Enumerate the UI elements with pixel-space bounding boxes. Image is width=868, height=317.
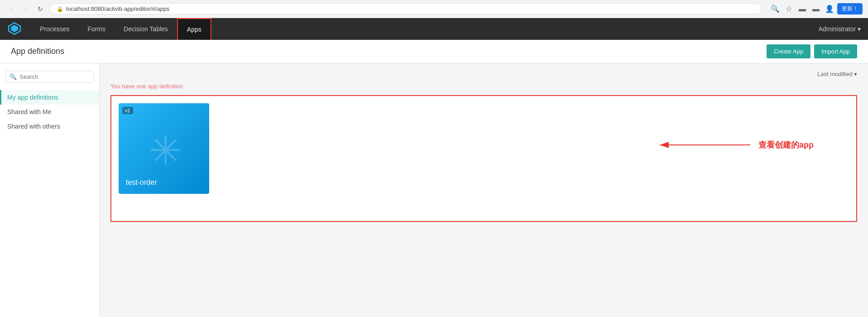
nav-processes[interactable]: Processes <box>31 18 78 40</box>
create-app-button[interactable]: Create App <box>767 44 810 58</box>
profile-button[interactable]: 👤 <box>824 3 835 15</box>
annotation-text: 查看创建的app <box>758 139 814 150</box>
import-app-button[interactable]: Import App <box>814 44 857 58</box>
reload-button[interactable]: ↻ <box>34 3 46 15</box>
browser-chrome: ← → ↻ 🔒 localhost:8080/activiti-app/edit… <box>0 0 868 18</box>
address-bar[interactable]: 🔒 localhost:8080/activiti-app/editor/#/a… <box>50 3 762 14</box>
app-nav: Processes Forms Decision Tables Apps Adm… <box>0 18 868 40</box>
header-actions: Create App Import App <box>767 44 857 58</box>
sidebar: 🔍 My app definitions Shared with Me Shar… <box>0 63 100 317</box>
search-browser-button[interactable]: 🔍 <box>769 3 781 15</box>
search-input[interactable] <box>19 73 90 80</box>
sidebar-item-label: My app definitions <box>7 94 58 101</box>
search-box[interactable]: 🔍 <box>5 71 94 83</box>
forward-button[interactable]: → <box>20 3 32 15</box>
lock-icon: 🔒 <box>57 6 63 12</box>
annotation: 查看创建的app <box>655 136 814 154</box>
nav-items: Processes Forms Decision Tables Apps <box>31 18 819 40</box>
extension-button[interactable]: ▬ <box>796 3 808 15</box>
info-text: You have one app definition <box>110 83 857 90</box>
app-name: test-order <box>126 178 157 187</box>
content-area: Last modified ▾ You have one app definit… <box>100 63 868 317</box>
nav-decision-tables[interactable]: Decision Tables <box>115 18 177 40</box>
annotation-arrow-svg <box>655 136 755 154</box>
nav-forms[interactable]: Forms <box>78 18 115 40</box>
bookmark-button[interactable]: ☆ <box>783 3 795 15</box>
update-button[interactable]: 更新！ <box>837 3 863 14</box>
sidebar-item-shared-with-others[interactable]: Shared with others <box>0 119 99 134</box>
main-content: 🔍 My app definitions Shared with Me Shar… <box>0 63 868 317</box>
sidebar-nav: My app definitions Shared with Me Shared… <box>0 90 99 134</box>
sort-button[interactable]: Last modified ▾ <box>817 71 857 77</box>
page-header: App definitions Create App Import App <box>0 40 868 63</box>
page-title: App definitions <box>11 47 64 56</box>
sidebar-item-label: Shared with Me <box>7 108 51 115</box>
back-button[interactable]: ← <box>5 3 17 15</box>
sidebar-item-my-app-definitions[interactable]: My app definitions <box>0 90 99 105</box>
sidebar-item-label: Shared with others <box>7 123 60 130</box>
browser-actions: 🔍 ☆ ▬ ▬ 👤 更新！ <box>769 3 863 15</box>
user-menu[interactable]: Administrator ▾ <box>819 25 861 33</box>
extensions-button[interactable]: ▬ <box>810 3 822 15</box>
app-card[interactable]: v1 ✳ test-order <box>119 103 209 194</box>
app-version-badge: v1 <box>122 107 133 114</box>
app-logo[interactable] <box>7 21 31 37</box>
nav-apps[interactable]: Apps <box>177 18 211 40</box>
app-asterisk-icon: ✳ <box>149 130 182 171</box>
content-toolbar: Last modified ▾ <box>110 71 857 77</box>
sidebar-item-shared-with-me[interactable]: Shared with Me <box>0 105 99 119</box>
app-grid-container: v1 ✳ test-order <box>110 95 857 222</box>
search-icon: 🔍 <box>10 73 17 80</box>
svg-marker-1 <box>11 25 18 32</box>
url-text: localhost:8080/activiti-app/editor/#/app… <box>66 5 169 12</box>
browser-nav: ← → ↻ <box>5 3 46 15</box>
